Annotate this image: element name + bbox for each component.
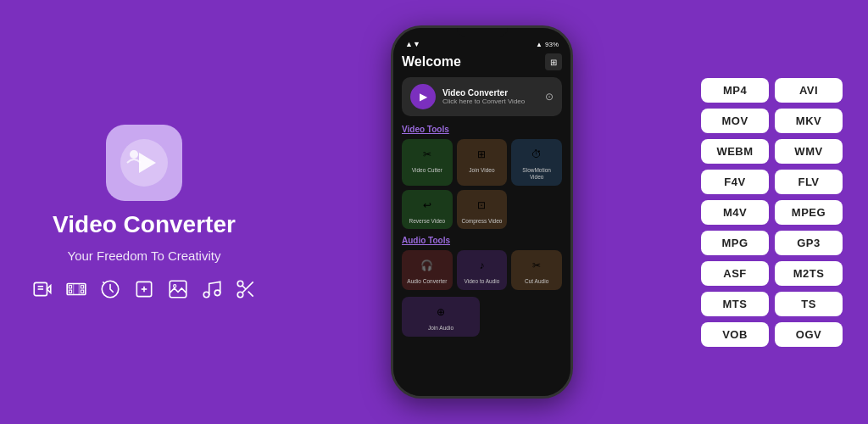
cut-audio-label: Cut Audio: [525, 278, 548, 285]
status-time: ▲▼: [405, 40, 420, 48]
banner-arrow-icon: ⊙: [545, 91, 554, 103]
cut-audio-icon: ✂: [526, 255, 547, 276]
slow-motion-icon: [99, 278, 121, 300]
join-video-label: Join Video: [469, 167, 494, 174]
format-badge-asf[interactable]: ASF: [701, 261, 769, 286]
banner-subtitle: Click here to Convert Video: [442, 98, 525, 105]
join-video-icon: ⊞: [471, 144, 492, 165]
svg-rect-11: [81, 290, 83, 293]
audio-converter-icon: 🎧: [417, 255, 437, 276]
slowmotion-label: SlowMotion Video: [515, 167, 559, 181]
banner-text: Video Converter Click here to Convert Vi…: [442, 88, 525, 105]
tool-video-to-audio[interactable]: ♪ Video to Audio: [457, 250, 508, 290]
format-badge-f4v[interactable]: F4V: [701, 170, 769, 194]
phone-screen: ▲▼ ▲ 93% Welcome ⊞ ▶ Video Converter Cli…: [393, 28, 570, 396]
status-bar: ▲▼ ▲ 93%: [402, 40, 562, 48]
format-badge-mpg[interactable]: MPG: [701, 231, 769, 255]
app-title: Video Converter: [53, 211, 236, 238]
tool-slowmotion[interactable]: ⏱ SlowMotion Video: [511, 139, 562, 186]
format-badge-mkv[interactable]: MKV: [775, 109, 843, 133]
svg-rect-9: [69, 290, 71, 293]
image-tools-icon: [167, 278, 189, 300]
format-badge-mp4[interactable]: MP4: [701, 78, 769, 103]
video-to-audio-label: Video to Audio: [465, 278, 500, 285]
svg-line-15: [103, 282, 104, 283]
welcome-title: Welcome: [402, 54, 461, 70]
app-subtitle: Your Freedom To Creativity: [68, 248, 221, 263]
film-strip-icon: [65, 278, 87, 300]
format-badge-mts[interactable]: MTS: [701, 292, 769, 316]
format-badge-avi[interactable]: AVI: [775, 78, 843, 103]
tool-video-cutter[interactable]: ✂ Video Cutter: [402, 139, 453, 186]
svg-rect-19: [170, 281, 186, 298]
tool-cut-audio[interactable]: ✂ Cut Audio: [511, 250, 562, 290]
join-audio-icon: ⊕: [431, 302, 451, 322]
slowmotion-icon: ⏱: [526, 144, 547, 165]
header-action-icon[interactable]: ⊞: [545, 53, 562, 70]
format-badge-vob[interactable]: VOB: [701, 322, 769, 347]
svg-rect-10: [81, 285, 83, 287]
video-to-audio-icon: ♪: [471, 255, 492, 276]
banner-title: Video Converter: [442, 88, 525, 98]
audio-tools-grid-row2: ⊕ Join Audio: [402, 297, 562, 337]
format-badge-ogv[interactable]: OGV: [775, 322, 843, 347]
tool-compress[interactable]: ⊡ Compress Video: [457, 190, 508, 230]
svg-point-2: [130, 150, 138, 159]
battery-text: 93%: [545, 41, 559, 48]
tool-audio-converter[interactable]: 🎧 Audio Converter: [402, 250, 453, 290]
scissors-icon: [235, 278, 257, 300]
wifi-icon: ▲: [536, 41, 542, 48]
app-icon: [106, 125, 182, 201]
audio-tools-label: Audio Tools: [402, 236, 562, 245]
svg-point-20: [174, 284, 176, 287]
format-badge-flv[interactable]: FLV: [775, 170, 843, 194]
video-tools-grid: ✂ Video Cutter ⊞ Join Video ⏱ SlowMotion…: [402, 139, 562, 229]
video-tools-icon: [31, 278, 53, 300]
svg-rect-8: [69, 285, 71, 287]
status-icons: ▲ 93%: [536, 41, 559, 48]
banner-icon: ▶: [410, 84, 436, 109]
converter-banner[interactable]: ▶ Video Converter Click here to Convert …: [402, 77, 562, 116]
phone-mockup-section: ▲▼ ▲ 93% Welcome ⊞ ▶ Video Converter Cli…: [391, 25, 573, 399]
format-badge-webm[interactable]: WEBM: [701, 139, 769, 164]
phone-header: Welcome ⊞: [402, 53, 562, 70]
format-badge-ts[interactable]: TS: [775, 292, 843, 316]
left-section: Video Converter Your Freedom To Creativi…: [25, 125, 263, 300]
svg-point-21: [203, 292, 209, 298]
reverse-icon: ↩: [417, 195, 437, 215]
format-badge-mpeg[interactable]: MPEG: [775, 200, 843, 225]
compress-tool-icon: ⊡: [471, 195, 492, 215]
video-cutter-icon: ✂: [417, 144, 437, 165]
video-tools-label: Video Tools: [402, 125, 562, 134]
tool-join-audio[interactable]: ⊕ Join Audio: [402, 297, 480, 337]
tool-join-video[interactable]: ⊞ Join Video: [457, 139, 508, 186]
format-badge-m4v[interactable]: M4V: [701, 200, 769, 225]
format-badge-mov[interactable]: MOV: [701, 109, 769, 133]
format-badge-wmv[interactable]: WMV: [775, 139, 843, 164]
svg-point-24: [237, 292, 243, 298]
audio-tools-grid: 🎧 Audio Converter ♪ Video to Audio ✂ Cut…: [402, 250, 562, 290]
svg-point-23: [237, 281, 243, 287]
compress-label: Compress Video: [462, 218, 503, 225]
svg-line-26: [248, 291, 253, 296]
tool-reverse[interactable]: ↩ Reverse Video: [402, 190, 453, 230]
feature-icon-row: [31, 278, 257, 300]
compress-icon: [133, 278, 155, 300]
reverse-label: Reverse Video: [409, 218, 446, 225]
format-list: MP4AVIMOVMKVWEBMWMVF4VFLVM4VMPEGMPGGP3AS…: [701, 78, 843, 347]
join-audio-label: Join Audio: [428, 325, 453, 332]
audio-converter-label: Audio Converter: [407, 278, 447, 285]
svg-point-22: [214, 290, 220, 296]
svg-line-27: [242, 285, 246, 288]
format-badge-gp3[interactable]: GP3: [775, 231, 843, 255]
phone-notch: [457, 28, 508, 36]
phone-device: ▲▼ ▲ 93% Welcome ⊞ ▶ Video Converter Cli…: [391, 25, 573, 399]
music-note-icon: [201, 278, 223, 300]
video-cutter-label: Video Cutter: [412, 167, 442, 174]
banner-left: ▶ Video Converter Click here to Convert …: [410, 84, 525, 109]
format-badge-m2ts[interactable]: M2TS: [775, 261, 843, 286]
